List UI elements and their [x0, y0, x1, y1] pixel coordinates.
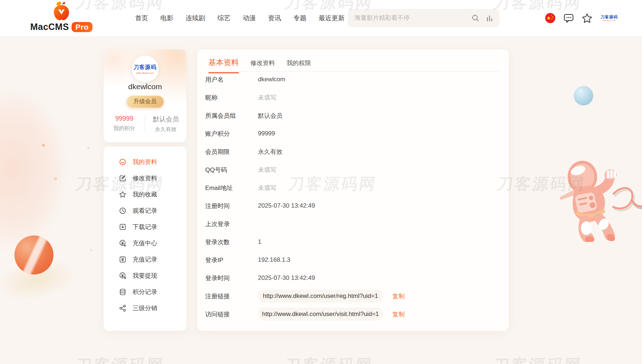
field-row-email: Email地址 未填写: [197, 179, 509, 197]
mini-logo-text: 刀客源码: [600, 15, 618, 19]
field-row-last-login: 上次登录: [197, 215, 509, 233]
nav-item-news[interactable]: 资讯: [268, 14, 281, 22]
profile-card: 刀客源码 www.dkewl.com dkewlcom 升级会员 99999 我…: [104, 49, 186, 142]
avatar: 刀客源码 www.dkewl.com: [132, 56, 159, 82]
main-nav: 首页 电影 连续剧 综艺 动漫 资讯 专题 最近更新: [135, 0, 345, 36]
sidebar-item-recharge-center[interactable]: 充值中心: [104, 235, 186, 251]
blue-planet-decoration: [574, 86, 593, 105]
avatar-logo-text: 刀客源码: [134, 64, 157, 71]
profile-smiley-icon: [119, 158, 126, 166]
nav-item-series[interactable]: 连续剧: [186, 14, 205, 22]
profile-stats: 99999 我的积分 默认会员 永久有效: [104, 115, 186, 133]
field-row-member-group: 所属会员组 默认会员: [197, 107, 509, 125]
brand-pro-badge: Pro: [72, 22, 93, 32]
sidebar-item-edit-profile[interactable]: 修改资料: [104, 170, 186, 186]
points-value: 99999: [104, 115, 145, 122]
visit-link-field[interactable]: http://www.dkewl.com/user/visit.html?uid…: [258, 308, 383, 321]
field-row-visit-link: 访问链接 http://www.dkewl.com/user/visit.htm…: [197, 305, 509, 323]
withdraw-icon: [119, 272, 126, 280]
sidebar-item-watch-history[interactable]: 观看记录: [104, 203, 186, 219]
share-icon: [119, 304, 126, 312]
username: dkewlcom: [104, 82, 186, 91]
astronaut-illustration: [555, 152, 642, 242]
nav-item-home[interactable]: 首页: [135, 14, 148, 22]
nav-item-movies[interactable]: 电影: [160, 14, 173, 22]
copy-visit-link-button[interactable]: 复制: [392, 310, 405, 318]
profile-fields: 用户名 dkewlcom 昵称 未填写 所属会员组 默认会员 账户积分 9999…: [197, 70, 509, 323]
field-row-login-count: 登录次数 1: [197, 233, 509, 251]
download-icon: [119, 223, 126, 231]
site-logo[interactable]: MacCMS Pro: [35, 1, 87, 32]
sidebar-item-download-history[interactable]: 下载记录: [104, 219, 186, 235]
nav-item-recent[interactable]: 最近更新: [319, 14, 345, 22]
dot-decoration: [42, 144, 45, 147]
field-row-nickname: 昵称 未填写: [197, 88, 509, 107]
user-site-logo[interactable]: 刀客源码 www.dkewl.com: [600, 15, 618, 21]
sidebar-item-points-records[interactable]: 积分记录: [104, 284, 186, 300]
star-icon: [119, 191, 126, 198]
watermark: 刀客源码网: [492, 355, 583, 364]
field-row-register-time: 注册时间 2025-07-30 13:42:49: [197, 197, 509, 215]
dot-decoration: [53, 177, 57, 181]
page: 刀客源码网 刀客源码网 刀客源码网 刀客源码网 刀客源码网 刀客源码网 刀客源码…: [0, 0, 642, 364]
top-navigation-bar: MacCMS Pro 首页 电影 连续剧 综艺 动漫 资讯 专题 最近更新: [0, 0, 642, 36]
sidebar-item-my-profile[interactable]: 我的资料: [104, 154, 186, 170]
clock-icon: [119, 207, 126, 214]
header-actions: 刀客源码 www.dkewl.com: [545, 0, 618, 36]
favorites-star-icon[interactable]: [582, 13, 593, 23]
member-group-label: 永久有效: [145, 126, 186, 133]
profile-detail-panel: 基本资料 修改资料 我的权限 用户名 dkewlcom 昵称 未填写 所属会员组…: [197, 49, 509, 331]
points-label: 我的积分: [104, 125, 145, 132]
mini-logo-subtext: www.dkewl.com: [600, 20, 618, 21]
sidebar-item-my-favorites[interactable]: 我的收藏: [104, 186, 186, 203]
member-group-value: 默认会员: [145, 115, 186, 124]
nav-item-topics[interactable]: 专题: [293, 14, 306, 22]
field-row-account-points: 账户积分 99999: [197, 125, 509, 143]
sidebar-item-distribution[interactable]: 三级分销: [104, 300, 186, 316]
dot-decoration: [87, 147, 89, 149]
upgrade-member-button[interactable]: 升级会员: [127, 96, 164, 108]
search-input[interactable]: [354, 14, 471, 22]
tab-my-permissions[interactable]: 我的权限: [286, 59, 311, 72]
recharge-icon: [119, 239, 126, 247]
recharge-record-icon: [119, 256, 126, 263]
watermark: 刀客源码网: [74, 355, 166, 364]
edit-icon: [119, 174, 126, 182]
field-row-login-ip: 登录IP 192.168.1.3: [197, 251, 509, 269]
dot-decoration: [90, 249, 92, 251]
ranking-chart-icon[interactable]: [486, 14, 493, 22]
field-row-member-term: 会员期限 永久有效: [197, 143, 509, 161]
tab-edit-profile[interactable]: 修改资料: [250, 59, 275, 72]
field-row-register-link: 注册链接 http://www.dkewl.com/user/reg.html?…: [197, 287, 509, 305]
field-row-username: 用户名 dkewlcom: [197, 70, 509, 88]
brand-name: MacCMS: [30, 22, 69, 32]
sidebar-menu: 我的资料 修改资料 我的收藏 观看记录 下载记录: [104, 147, 186, 331]
sidebar-item-recharge-records[interactable]: 充值记录: [104, 251, 186, 268]
search-bar[interactable]: [348, 9, 500, 27]
field-row-qq: QQ号码 未填写: [197, 161, 509, 179]
member-group-stat: 默认会员 永久有效: [145, 115, 186, 133]
copy-register-link-button[interactable]: 复制: [392, 292, 405, 300]
field-row-login-time: 登录时间 2025-07-30 13:42:49: [197, 269, 509, 287]
watermark: 刀客源码网: [283, 355, 375, 364]
apple-logo-icon: [51, 1, 72, 21]
orange-ball-decoration: [14, 235, 53, 274]
language-flag-icon[interactable]: [545, 13, 556, 23]
points-stat: 99999 我的积分: [104, 115, 145, 133]
nav-item-anime[interactable]: 动漫: [243, 14, 256, 22]
sidebar-item-withdraw[interactable]: 我要提现: [104, 268, 186, 284]
search-icon[interactable]: [471, 14, 479, 22]
nav-item-variety[interactable]: 综艺: [217, 14, 230, 22]
avatar-logo-subtext: www.dkewl.com: [136, 72, 154, 74]
message-icon[interactable]: [564, 13, 574, 23]
register-link-field[interactable]: http://www.dkewl.com/user/reg.html?uid=1: [258, 290, 383, 303]
points-icon: [119, 288, 126, 296]
